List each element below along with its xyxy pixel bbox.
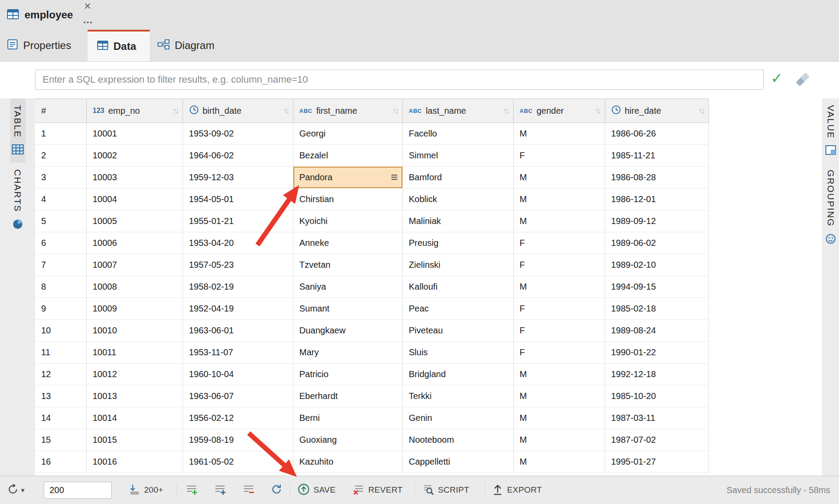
row-number-cell[interactable]: 16 xyxy=(35,451,86,473)
cell-birth-date[interactable]: 1960-10-04 xyxy=(183,364,293,385)
cell-last-name[interactable]: Bridgland xyxy=(402,364,513,385)
cell-emp-no[interactable]: 10005 xyxy=(86,210,183,232)
row-number-cell[interactable]: 14 xyxy=(35,407,86,429)
row-number-cell[interactable]: 1 xyxy=(35,123,86,145)
cell-hire-date[interactable]: 1989-06-02 xyxy=(605,232,709,254)
cell-birth-date[interactable]: 1953-11-07 xyxy=(183,342,293,364)
cell-gender[interactable]: F xyxy=(513,232,605,254)
cell-first-name[interactable]: Mary xyxy=(293,342,402,364)
export-button[interactable]: EXPORT xyxy=(492,476,542,504)
cell-last-name[interactable]: Kalloufi xyxy=(402,276,513,298)
cell-gender[interactable]: F xyxy=(513,320,605,342)
panel-toggle-grouping[interactable]: GROUPING xyxy=(824,163,838,252)
cell-first-name[interactable]: Eberhardt xyxy=(293,385,402,407)
cell-hire-date[interactable]: 1986-08-28 xyxy=(605,167,709,189)
row-number-cell[interactable]: 4 xyxy=(35,189,86,210)
cell-gender[interactable]: M xyxy=(513,429,605,451)
delete-row-button[interactable] xyxy=(243,476,254,504)
cell-birth-date[interactable]: 1954-05-01 xyxy=(183,189,293,210)
cell-birth-date[interactable]: 1963-06-01 xyxy=(183,320,293,342)
cell-first-name[interactable]: Tzvetan xyxy=(293,254,402,276)
row-number-cell[interactable]: 2 xyxy=(35,145,86,167)
cell-last-name[interactable]: Nooteboom xyxy=(402,429,513,451)
filter-input[interactable] xyxy=(35,70,764,90)
cell-first-name[interactable]: Patricio xyxy=(293,364,402,385)
sort-icon[interactable]: ↑↓ xyxy=(595,106,600,116)
row-number-cell[interactable]: 8 xyxy=(35,276,86,298)
cell-last-name[interactable]: Sluis xyxy=(402,342,513,364)
cell-emp-no[interactable]: 10002 xyxy=(86,145,183,167)
cell-birth-date[interactable]: 1952-04-19 xyxy=(183,298,293,320)
cell-gender[interactable]: M xyxy=(513,123,605,145)
selected-cell[interactable]: Pandora≡ xyxy=(300,172,398,183)
cell-hire-date[interactable]: 1995-01-27 xyxy=(605,451,709,473)
tab-employee[interactable]: employee xyxy=(0,0,93,30)
column-header-birth-date[interactable]: birth_date ↑↓ xyxy=(183,99,293,123)
cell-first-name[interactable]: Duangkaew xyxy=(293,320,402,342)
cell-hire-date[interactable]: 1994-09-15 xyxy=(605,276,709,298)
refresh-button[interactable] xyxy=(271,476,282,504)
fetch-size-input[interactable] xyxy=(44,482,112,499)
row-number-cell[interactable]: 11 xyxy=(35,342,86,364)
row-number-cell[interactable]: 7 xyxy=(35,254,86,276)
script-button[interactable]: SCRIPT xyxy=(422,476,469,504)
row-number-cell[interactable]: 13 xyxy=(35,385,86,407)
cell-hire-date[interactable]: 1985-11-21 xyxy=(605,145,709,167)
cell-emp-no[interactable]: 10016 xyxy=(86,451,183,473)
cell-emp-no[interactable]: 10009 xyxy=(86,298,183,320)
add-row-button[interactable] xyxy=(186,476,197,504)
cell-hire-date[interactable]: 1987-03-11 xyxy=(605,407,709,429)
cell-emp-no[interactable]: 10001 xyxy=(86,123,183,145)
cell-last-name[interactable]: Koblick xyxy=(402,189,513,210)
cell-hire-date[interactable]: 1990-01-22 xyxy=(605,342,709,364)
cell-emp-no[interactable]: 10003 xyxy=(86,167,183,189)
cell-first-name[interactable]: Pandora≡ xyxy=(293,167,402,189)
cell-birth-date[interactable]: 1957-05-23 xyxy=(183,254,293,276)
tab-diagram[interactable]: Diagram xyxy=(158,30,215,61)
column-header-first-name[interactable]: ABC first_name ↑↓ xyxy=(293,99,402,123)
cell-emp-no[interactable]: 10015 xyxy=(86,429,183,451)
cell-birth-date[interactable]: 1953-04-20 xyxy=(183,232,293,254)
cell-gender[interactable]: M xyxy=(513,385,605,407)
panel-toggle-table[interactable]: TABLE xyxy=(10,98,25,163)
cell-gender[interactable]: F xyxy=(513,298,605,320)
fetch-next-page-button[interactable]: 200+ xyxy=(129,476,163,504)
cell-first-name[interactable]: Berni xyxy=(293,407,402,429)
column-header-gender[interactable]: ABC gender ↑↓ xyxy=(513,99,605,123)
close-icon[interactable]: × xyxy=(84,0,91,12)
cell-birth-date[interactable]: 1961-05-02 xyxy=(183,451,293,473)
row-number-cell[interactable]: 5 xyxy=(35,210,86,232)
cell-emp-no[interactable]: 10014 xyxy=(86,407,183,429)
cell-last-name[interactable]: Zielinski xyxy=(402,254,513,276)
row-number-cell[interactable]: 10 xyxy=(35,320,86,342)
filter-apply-icon[interactable]: ✓ xyxy=(771,70,783,87)
cell-hire-date[interactable]: 1985-02-18 xyxy=(605,298,709,320)
row-number-cell[interactable]: 15 xyxy=(35,429,86,451)
cell-emp-no[interactable]: 10012 xyxy=(86,364,183,385)
cell-hire-date[interactable]: 1989-09-12 xyxy=(605,210,709,232)
cell-last-name[interactable]: Facello xyxy=(402,123,513,145)
cell-last-name[interactable]: Preusig xyxy=(402,232,513,254)
cell-gender[interactable]: M xyxy=(513,167,605,189)
cell-last-name[interactable]: Peac xyxy=(402,298,513,320)
row-number-cell[interactable]: 12 xyxy=(35,364,86,385)
cell-hire-date[interactable]: 1987-07-02 xyxy=(605,429,709,451)
cell-first-name[interactable]: Bezalel xyxy=(293,145,402,167)
cell-gender[interactable]: M xyxy=(513,451,605,473)
sort-icon[interactable]: ↑↓ xyxy=(173,106,178,116)
cell-first-name[interactable]: Saniya xyxy=(293,276,402,298)
sort-icon[interactable]: ↑↓ xyxy=(504,106,509,116)
row-number-cell[interactable]: 3 xyxy=(35,167,86,189)
column-header-last-name[interactable]: ABC last_name ↑↓ xyxy=(402,99,513,123)
cell-birth-date[interactable]: 1959-08-19 xyxy=(183,429,293,451)
sort-icon[interactable]: ↑↓ xyxy=(393,106,398,116)
cell-first-name[interactable]: Anneke xyxy=(293,232,402,254)
fetch-config-button[interactable]: ▾ xyxy=(7,476,25,504)
cell-hire-date[interactable]: 1989-02-10 xyxy=(605,254,709,276)
cell-emp-no[interactable]: 10008 xyxy=(86,276,183,298)
cell-first-name[interactable]: Sumant xyxy=(293,298,402,320)
cell-emp-no[interactable]: 10007 xyxy=(86,254,183,276)
cell-gender[interactable]: M xyxy=(513,189,605,210)
column-header-emp-no[interactable]: 123 emp_no ↑↓ xyxy=(86,99,183,123)
cell-last-name[interactable]: Maliniak xyxy=(402,210,513,232)
